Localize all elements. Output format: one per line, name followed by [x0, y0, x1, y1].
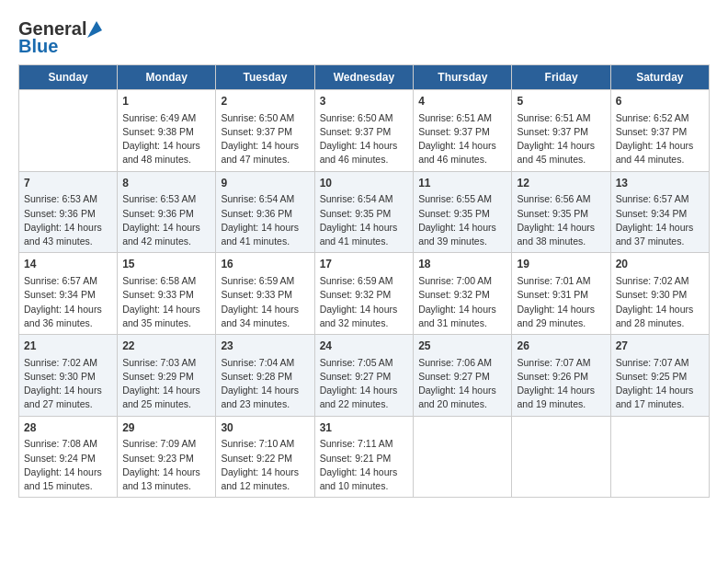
calendar-cell: 14Sunrise: 6:57 AMSunset: 9:34 PMDayligh… — [19, 253, 118, 335]
cell-info: Sunrise: 6:56 AMSunset: 9:35 PMDaylight:… — [517, 192, 605, 248]
cell-info: Sunrise: 6:50 AMSunset: 9:37 PMDaylight:… — [221, 111, 309, 167]
day-number: 1 — [122, 94, 210, 109]
calendar-cell: 23Sunrise: 7:04 AMSunset: 9:28 PMDayligh… — [216, 335, 314, 417]
day-number: 20 — [616, 257, 704, 272]
cell-info: Sunrise: 6:54 AMSunset: 9:36 PMDaylight:… — [221, 192, 309, 248]
cell-info: Sunrise: 6:52 AMSunset: 9:37 PMDaylight:… — [616, 111, 704, 167]
day-number: 26 — [517, 339, 605, 354]
calendar-cell: 5Sunrise: 6:51 AMSunset: 9:37 PMDaylight… — [512, 90, 610, 172]
day-number: 4 — [418, 94, 506, 109]
header-area: General Blue — [18, 18, 710, 57]
day-number: 29 — [122, 420, 210, 436]
calendar-cell: 7Sunrise: 6:53 AMSunset: 9:36 PMDaylight… — [19, 171, 118, 253]
header-wednesday: Wednesday — [314, 65, 414, 90]
day-number: 9 — [221, 176, 309, 191]
header-tuesday: Tuesday — [216, 65, 314, 90]
calendar-cell: 29Sunrise: 7:09 AMSunset: 9:23 PMDayligh… — [118, 416, 216, 498]
header-friday: Friday — [512, 65, 610, 90]
cell-info: Sunrise: 6:57 AMSunset: 9:34 PMDaylight:… — [616, 192, 704, 248]
day-number: 31 — [320, 420, 409, 436]
calendar-cell: 8Sunrise: 6:53 AMSunset: 9:36 PMDaylight… — [118, 171, 216, 253]
day-number: 11 — [418, 176, 506, 191]
day-number: 13 — [616, 176, 704, 191]
header-monday: Monday — [118, 65, 216, 90]
cell-info: Sunrise: 7:08 AMSunset: 9:24 PMDaylight:… — [24, 437, 112, 493]
day-number: 12 — [517, 176, 605, 191]
logo: General Blue — [18, 18, 103, 57]
cell-info: Sunrise: 7:07 AMSunset: 9:25 PMDaylight:… — [616, 356, 704, 412]
calendar-cell: 2Sunrise: 6:50 AMSunset: 9:37 PMDaylight… — [216, 90, 314, 172]
cell-info: Sunrise: 6:55 AMSunset: 9:35 PMDaylight:… — [418, 192, 506, 248]
day-number: 8 — [122, 176, 210, 191]
svg-marker-0 — [87, 21, 102, 38]
calendar-cell: 22Sunrise: 7:03 AMSunset: 9:29 PMDayligh… — [118, 335, 216, 417]
calendar-cell: 25Sunrise: 7:06 AMSunset: 9:27 PMDayligh… — [414, 335, 512, 417]
cell-info: Sunrise: 7:04 AMSunset: 9:28 PMDaylight:… — [221, 356, 309, 412]
cell-info: Sunrise: 6:57 AMSunset: 9:34 PMDaylight:… — [24, 274, 112, 330]
day-number: 24 — [320, 339, 409, 354]
day-number: 30 — [221, 420, 309, 436]
calendar-cell — [512, 416, 610, 498]
day-number: 16 — [221, 257, 309, 272]
calendar-table: SundayMondayTuesdayWednesdayThursdayFrid… — [18, 64, 710, 498]
cell-info: Sunrise: 7:02 AMSunset: 9:30 PMDaylight:… — [616, 274, 704, 330]
cell-info: Sunrise: 7:11 AMSunset: 9:21 PMDaylight:… — [320, 437, 409, 493]
cell-info: Sunrise: 7:06 AMSunset: 9:27 PMDaylight:… — [418, 356, 506, 412]
cell-info: Sunrise: 6:51 AMSunset: 9:37 PMDaylight:… — [418, 111, 506, 167]
day-number: 3 — [320, 94, 409, 109]
day-number: 19 — [517, 257, 605, 272]
calendar-week-2: 7Sunrise: 6:53 AMSunset: 9:36 PMDaylight… — [19, 171, 710, 253]
logo-blue-text: Blue — [18, 36, 58, 57]
day-number: 15 — [122, 257, 210, 272]
calendar-week-5: 28Sunrise: 7:08 AMSunset: 9:24 PMDayligh… — [19, 416, 710, 498]
cell-info: Sunrise: 7:05 AMSunset: 9:27 PMDaylight:… — [320, 356, 409, 412]
calendar-cell: 26Sunrise: 7:07 AMSunset: 9:26 PMDayligh… — [512, 335, 610, 417]
day-number: 18 — [418, 257, 506, 272]
logo-bird-icon — [87, 21, 102, 38]
cell-info: Sunrise: 7:03 AMSunset: 9:29 PMDaylight:… — [122, 356, 210, 412]
cell-info: Sunrise: 6:51 AMSunset: 9:37 PMDaylight:… — [517, 111, 605, 167]
day-number: 14 — [24, 257, 112, 272]
calendar-cell: 19Sunrise: 7:01 AMSunset: 9:31 PMDayligh… — [512, 253, 610, 335]
header-thursday: Thursday — [414, 65, 512, 90]
cell-info: Sunrise: 6:49 AMSunset: 9:38 PMDaylight:… — [122, 111, 210, 167]
cell-info: Sunrise: 7:07 AMSunset: 9:26 PMDaylight:… — [517, 356, 605, 412]
cell-info: Sunrise: 6:59 AMSunset: 9:33 PMDaylight:… — [221, 274, 309, 330]
calendar-cell: 4Sunrise: 6:51 AMSunset: 9:37 PMDaylight… — [414, 90, 512, 172]
calendar-cell: 11Sunrise: 6:55 AMSunset: 9:35 PMDayligh… — [414, 171, 512, 253]
calendar-cell: 3Sunrise: 6:50 AMSunset: 9:37 PMDaylight… — [314, 90, 414, 172]
calendar-cell — [610, 416, 709, 498]
day-number: 17 — [320, 257, 409, 272]
calendar-cell: 9Sunrise: 6:54 AMSunset: 9:36 PMDaylight… — [216, 171, 314, 253]
calendar-cell: 27Sunrise: 7:07 AMSunset: 9:25 PMDayligh… — [610, 335, 709, 417]
calendar-cell: 10Sunrise: 6:54 AMSunset: 9:35 PMDayligh… — [314, 171, 414, 253]
calendar-cell: 12Sunrise: 6:56 AMSunset: 9:35 PMDayligh… — [512, 171, 610, 253]
calendar-cell: 30Sunrise: 7:10 AMSunset: 9:22 PMDayligh… — [216, 416, 314, 498]
day-number: 10 — [320, 176, 409, 191]
cell-info: Sunrise: 7:10 AMSunset: 9:22 PMDaylight:… — [221, 437, 309, 493]
calendar-cell: 15Sunrise: 6:58 AMSunset: 9:33 PMDayligh… — [118, 253, 216, 335]
cell-info: Sunrise: 7:01 AMSunset: 9:31 PMDaylight:… — [517, 274, 605, 330]
day-number: 2 — [221, 94, 309, 109]
calendar-cell: 17Sunrise: 6:59 AMSunset: 9:32 PMDayligh… — [314, 253, 414, 335]
calendar-cell — [414, 416, 512, 498]
cell-info: Sunrise: 6:53 AMSunset: 9:36 PMDaylight:… — [122, 192, 210, 248]
day-number: 23 — [221, 339, 309, 354]
calendar-cell: 18Sunrise: 7:00 AMSunset: 9:32 PMDayligh… — [414, 253, 512, 335]
cell-info: Sunrise: 7:02 AMSunset: 9:30 PMDaylight:… — [24, 356, 112, 412]
calendar-week-4: 21Sunrise: 7:02 AMSunset: 9:30 PMDayligh… — [19, 335, 710, 417]
header-sunday: Sunday — [19, 65, 118, 90]
header-saturday: Saturday — [610, 65, 709, 90]
calendar-cell — [19, 90, 118, 172]
calendar-week-3: 14Sunrise: 6:57 AMSunset: 9:34 PMDayligh… — [19, 253, 710, 335]
calendar-cell: 1Sunrise: 6:49 AMSunset: 9:38 PMDaylight… — [118, 90, 216, 172]
calendar-week-1: 1Sunrise: 6:49 AMSunset: 9:38 PMDaylight… — [19, 90, 710, 172]
cell-info: Sunrise: 6:59 AMSunset: 9:32 PMDaylight:… — [320, 274, 409, 330]
cell-info: Sunrise: 7:09 AMSunset: 9:23 PMDaylight:… — [122, 437, 210, 493]
day-number: 6 — [616, 94, 704, 109]
cell-info: Sunrise: 6:58 AMSunset: 9:33 PMDaylight:… — [122, 274, 210, 330]
calendar-header-row: SundayMondayTuesdayWednesdayThursdayFrid… — [19, 65, 710, 90]
day-number: 21 — [24, 339, 112, 354]
day-number: 27 — [616, 339, 704, 354]
day-number: 5 — [517, 94, 605, 109]
